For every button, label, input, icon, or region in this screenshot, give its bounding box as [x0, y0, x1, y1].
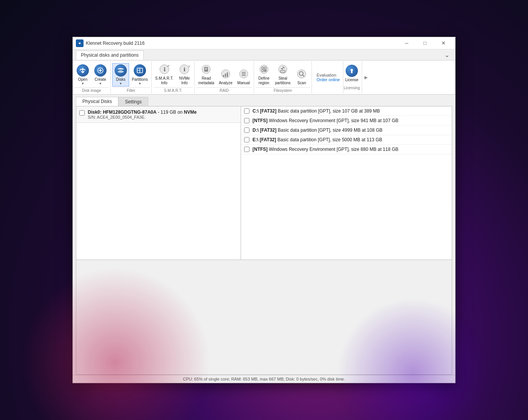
left-panel: Disk0: HFM128GDGTNG-87A0A - 119 GB on NV…	[76, 106, 241, 260]
group-licensing-label: Licensing	[343, 85, 360, 90]
partition-row-2: D:\ [FAT32] Basic data partition [GPT], …	[241, 126, 452, 135]
content-tabs: Physical Disks Settings	[73, 95, 455, 106]
partition-label-2: D:\ [FAT32] Basic data partition [GPT], …	[253, 127, 382, 133]
disk-row: Disk0: HFM128GDGTNG-87A0A - 119 GB on NV…	[76, 106, 241, 123]
analyze-button[interactable]: Analyze	[217, 64, 234, 87]
partitions-button[interactable]: Partitions ▼	[130, 63, 150, 87]
disk-separator: -	[158, 109, 161, 115]
group-filesystem-buttons: Defineregion Stealpartitions	[256, 62, 310, 87]
svg-text:ℹ: ℹ	[184, 67, 185, 72]
ribbon-tabs: Physical disks and partitions ⌄	[73, 49, 455, 60]
svg-point-27	[260, 65, 268, 74]
main-window: Klennet Recovery build 2116 ─ □ ✕ Physic…	[72, 37, 456, 383]
license-label: License	[345, 78, 358, 82]
partition-row-1: [NTFS] Windows Recovery Environment [GPT…	[241, 116, 452, 126]
title-bar-left: Klennet Recovery build 2116	[76, 39, 144, 47]
toolbar-group-smart: ℹ S.M.A.R.T.Info ℹ N NVMeInfo	[152, 61, 195, 93]
group-smart-label: S.M.A.R.T.	[153, 87, 193, 93]
partition-checkbox-4[interactable]	[244, 147, 249, 152]
manual-button[interactable]: Manual	[235, 64, 252, 87]
read-metadata-label: Readmetadata	[198, 76, 214, 85]
read-metadata-icon	[200, 63, 212, 75]
disks-button[interactable]: Disks ▼	[112, 63, 129, 87]
tab-physical-disks[interactable]: Physical Disks	[76, 97, 118, 106]
define-region-label: Defineregion	[258, 76, 269, 85]
create-icon	[94, 64, 107, 77]
create-button[interactable]: Create ▼	[92, 63, 109, 87]
group-disk-image-buttons: Open ▼ Create ▼	[74, 62, 109, 87]
disks-arrow: ▼	[119, 82, 122, 85]
smart-info-icon: ℹ	[158, 63, 171, 75]
main-panel: Disk0: HFM128GDGTNG-87A0A - 119 GB on NV…	[76, 106, 452, 260]
partition-checkbox-3[interactable]	[244, 137, 249, 142]
toolbar: Open ▼ Create ▼ Disk image	[73, 60, 455, 95]
group-licensing-buttons: License Licensing	[343, 61, 360, 93]
partition-label-1: [NTFS] Windows Recovery Environment [GPT…	[253, 118, 398, 123]
partition-row-4: [NTFS] Windows Recovery Environment [GPT…	[241, 145, 452, 154]
partition-label-4: [NTFS] Windows Recovery Environment [GPT…	[253, 147, 398, 152]
svg-text:N: N	[189, 65, 190, 68]
smart-info-label: S.M.A.R.T.Info	[155, 76, 174, 85]
disk-interface-label: on	[177, 109, 182, 115]
license-icon	[346, 65, 358, 77]
restore-button[interactable]: □	[416, 39, 434, 48]
partition-checkbox-2[interactable]	[244, 127, 249, 133]
scan-button[interactable]: Scan	[293, 64, 310, 87]
ribbon-dropdown-button[interactable]: ⌄	[441, 49, 452, 60]
read-metadata-button[interactable]: Readmetadata	[196, 62, 216, 87]
empty-area	[76, 260, 452, 375]
open-button[interactable]: Open ▼	[74, 63, 91, 87]
partition-checkbox-1[interactable]	[244, 118, 249, 123]
disk-sn-label: S/N:	[88, 115, 97, 119]
partition-row-0: C:\ [FAT32] Basic data partition [GPT], …	[241, 106, 452, 116]
open-label: Open	[78, 77, 87, 82]
status-bar: CPU: 65% of single core; RAM: 653 MB, ma…	[73, 375, 455, 383]
partitions-label: Partitions	[132, 77, 148, 82]
steal-partitions-icon	[277, 63, 289, 75]
steal-partitions-label: Stealpartitions	[275, 76, 291, 85]
open-arrow: ▼	[81, 82, 84, 85]
nvme-info-label: NVMeInfo	[179, 76, 190, 85]
right-panel: C:\ [FAT32] Basic data partition [GPT], …	[241, 106, 452, 260]
group-filter-label: Filter	[112, 87, 150, 93]
partitions-icon	[134, 64, 146, 77]
group-filter-buttons: Disks ▼ Partitions ▼	[112, 62, 150, 87]
scan-label: Scan	[297, 81, 306, 85]
analyze-icon	[220, 68, 232, 80]
manual-label: Manual	[237, 81, 250, 85]
disk-info: Disk0: HFM128GDGTNG-87A0A - 119 GB on NV…	[88, 109, 197, 119]
group-smart-buttons: ℹ S.M.A.R.T.Info ℹ N NVMeInfo	[153, 62, 193, 87]
define-region-button[interactable]: Defineregion	[256, 62, 272, 87]
define-region-icon	[258, 63, 270, 75]
disk-size: 119 GB	[161, 109, 176, 115]
partition-row-3: E:\ [FAT32] Basic data partition [GPT], …	[241, 135, 452, 145]
group-filesystem-label: Filesystem	[256, 87, 310, 93]
group-raid-buttons: Readmetadata Analyze	[196, 62, 252, 87]
disks-icon	[115, 64, 127, 77]
evaluation-section: Evaluation Order online	[313, 61, 343, 93]
disk-name-line: Disk0: HFM128GDGTNG-87A0A - 119 GB on NV…	[88, 109, 197, 115]
toolbar-more-button[interactable]: ►	[362, 61, 370, 93]
partition-label-3: E:\ [FAT32] Basic data partition [GPT], …	[253, 137, 382, 142]
toolbar-group-filesystem: Defineregion Stealpartitions	[254, 61, 312, 93]
smart-info-button[interactable]: ℹ S.M.A.R.T.Info	[153, 62, 175, 87]
tab-physical-disks-partitions[interactable]: Physical disks and partitions	[76, 51, 144, 60]
partition-checkbox-0[interactable]	[244, 108, 249, 114]
close-button[interactable]: ✕	[435, 39, 452, 48]
title-bar: Klennet Recovery build 2116 ─ □ ✕	[73, 37, 455, 49]
partition-label-0: C:\ [FAT32] Basic data partition [GPT], …	[253, 108, 380, 114]
content-area: Physical Disks Settings Disk0: HFM128GDG…	[73, 95, 455, 375]
disk-model: HFM128GDGTNG-87A0A	[103, 109, 156, 115]
nvme-info-button[interactable]: ℹ N NVMeInfo	[176, 62, 193, 87]
disk-checkbox[interactable]	[79, 110, 85, 116]
tab-settings[interactable]: Settings	[118, 97, 148, 106]
svg-point-34	[297, 70, 306, 78]
order-online-link[interactable]: Order online	[316, 77, 340, 82]
minimize-button[interactable]: ─	[398, 39, 415, 48]
analyze-label: Analyze	[219, 81, 233, 85]
disk-serial-line: S/N: ACE4_2E00_0504_FA3E.	[88, 115, 197, 119]
partitions-arrow: ▼	[138, 82, 141, 85]
steal-partitions-button[interactable]: Stealpartitions	[273, 62, 293, 87]
manual-icon	[238, 68, 250, 80]
license-button[interactable]: License	[343, 61, 360, 83]
